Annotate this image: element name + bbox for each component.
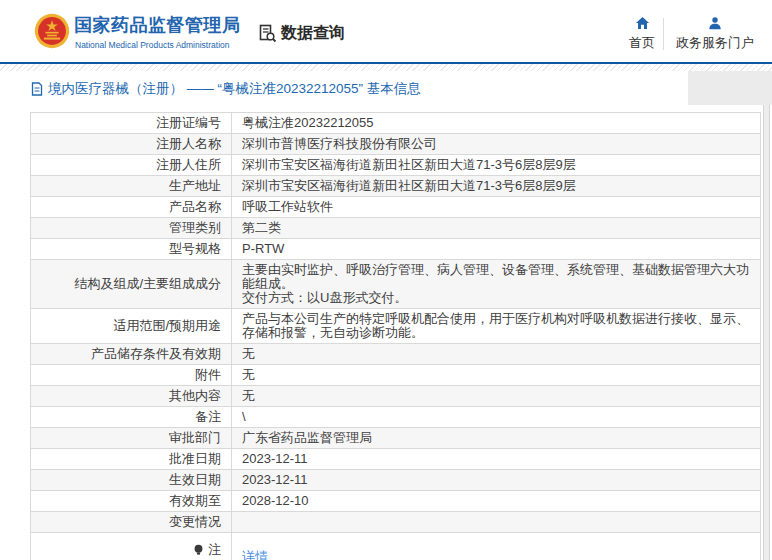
table-row: 备注 \	[31, 407, 760, 428]
org-title-cn: 国家药品监督管理局	[74, 13, 241, 37]
table-row: 生效日期 2023-12-11	[31, 470, 760, 491]
table-row: 审批部门 广东省药品监督管理局	[31, 428, 760, 449]
page-title: 境内医疗器械（注册） —— “粤械注准20232212055” 基本信息	[31, 80, 421, 98]
table-row: 批准日期 2023-12-11	[31, 449, 760, 470]
row-value: 深圳市普博医疗科技股份有限公司	[232, 134, 760, 154]
row-value: 主要由实时监护、呼吸治疗管理、病人管理、设备管理、系统管理、基础数据管理六大功能…	[232, 260, 760, 308]
vertical-scrollbar[interactable]	[763, 105, 770, 560]
table-row: 有效期至 2028-12-10	[31, 491, 760, 512]
row-value: P-RTW	[232, 239, 760, 259]
nav-portal[interactable]: 政务服务门户	[670, 16, 760, 52]
doc-search-icon	[258, 24, 277, 43]
row-value: 2028-12-10	[232, 491, 760, 511]
table-row: 变更情况	[31, 512, 760, 533]
breadcrumb-gray-filler	[688, 71, 772, 105]
row-label: 批准日期	[31, 449, 232, 469]
table-row: 结构及组成/主要组成成分 主要由实时监护、呼吸治疗管理、病人管理、设备管理、系统…	[31, 260, 760, 309]
row-value: 2023-12-11	[232, 470, 760, 490]
document-icon	[31, 82, 43, 96]
table-row: 型号规格 P-RTW	[31, 239, 760, 260]
row-label: 生产地址	[31, 176, 232, 196]
row-label: 产品名称	[31, 197, 232, 217]
row-label: 结构及组成/主要组成成分	[31, 260, 232, 308]
data-query-tab[interactable]: 数据查询	[258, 23, 345, 44]
row-value: 粤械注准20232212055	[232, 113, 760, 133]
row-value: 详情	[232, 533, 760, 560]
table-row: 管理类别 第二类	[31, 218, 760, 239]
row-value: 产品与本公司生产的特定呼吸机配合使用，用于医疗机构对呼吸机数据进行接收、显示、存…	[232, 309, 760, 343]
row-label: 管理类别	[31, 218, 232, 238]
row-value: 无	[232, 386, 760, 406]
row-label: 注册人住所	[31, 155, 232, 175]
page-title-text: 境内医疗器械（注册） —— “粤械注准20232212055” 基本信息	[48, 80, 421, 98]
row-label: 备注	[31, 407, 232, 427]
table-row: 注册人名称 深圳市普博医疗科技股份有限公司	[31, 134, 760, 155]
table-row: 注册证编号 粤械注准20232212055	[31, 113, 760, 134]
row-value: 无	[232, 344, 760, 364]
home-icon	[635, 16, 650, 30]
note-details-link[interactable]: 详情	[242, 549, 268, 560]
table-row: 附件 无	[31, 365, 760, 386]
nav-divider	[663, 18, 664, 50]
row-label: 注	[31, 533, 232, 560]
table-row: 生产地址 深圳市宝安区福海街道新田社区新田大道71-3号6层8层9层	[31, 176, 760, 197]
row-label: 注册人名称	[31, 134, 232, 154]
table-row-note: 注 详情	[31, 533, 760, 560]
row-value: 呼吸工作站软件	[232, 197, 760, 217]
row-value: 深圳市宝安区福海街道新田社区新田大道71-3号6层8层9层	[232, 155, 760, 175]
nav-home[interactable]: 首页	[622, 16, 662, 52]
row-label: 附件	[31, 365, 232, 385]
row-value: 第二类	[232, 218, 760, 238]
table-row: 注册人住所 深圳市宝安区福海街道新田社区新田大道71-3号6层8层9层	[31, 155, 760, 176]
registration-info-table: 注册证编号 粤械注准20232212055 注册人名称 深圳市普博医疗科技股份有…	[30, 112, 761, 560]
row-value: 深圳市宝安区福海街道新田社区新田大道71-3号6层8层9层	[232, 176, 760, 196]
row-label-text: 注	[208, 543, 221, 557]
row-label: 其他内容	[31, 386, 232, 406]
nav-home-label: 首页	[629, 34, 655, 52]
user-icon	[708, 16, 722, 30]
row-label: 适用范围/预期用途	[31, 309, 232, 343]
table-row: 适用范围/预期用途 产品与本公司生产的特定呼吸机配合使用，用于医疗机构对呼吸机数…	[31, 309, 760, 344]
row-value: 广东省药品监督管理局	[232, 428, 760, 448]
row-value: 2023-12-11	[232, 449, 760, 469]
table-row: 产品名称 呼吸工作站软件	[31, 197, 760, 218]
row-label: 变更情况	[31, 512, 232, 532]
row-value	[232, 512, 760, 532]
nmpa-data-query-page: 国家药品监督管理局 National Medical Products Admi…	[0, 0, 772, 560]
table-row: 其他内容 无	[31, 386, 760, 407]
row-label: 型号规格	[31, 239, 232, 259]
row-value: \	[232, 407, 760, 427]
data-query-label: 数据查询	[281, 23, 345, 44]
bulb-icon	[193, 544, 204, 556]
row-label: 有效期至	[31, 491, 232, 511]
decorative-stripe-band	[0, 64, 772, 71]
row-label: 产品储存条件及有效期	[31, 344, 232, 364]
row-label: 生效日期	[31, 470, 232, 490]
org-title-en: National Medical Products Administration	[75, 40, 230, 50]
row-label: 审批部门	[31, 428, 232, 448]
table-row: 产品储存条件及有效期 无	[31, 344, 760, 365]
national-emblem-logo	[34, 13, 70, 49]
row-value: 无	[232, 365, 760, 385]
row-label: 注册证编号	[31, 113, 232, 133]
nav-portal-label: 政务服务门户	[676, 34, 754, 52]
